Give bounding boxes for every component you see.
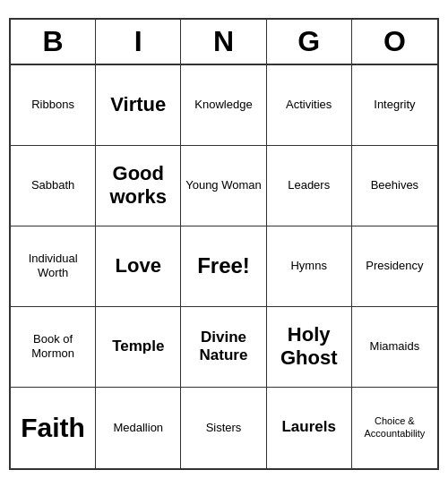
bingo-cell: Leaders — [267, 146, 352, 226]
bingo-cell: Individual Worth — [11, 226, 96, 307]
bingo-cell: Choice & Accountability — [352, 388, 437, 468]
bingo-cell: Virtue — [96, 65, 181, 146]
bingo-cell: Presidency — [352, 226, 437, 307]
bingo-cell: Good works — [96, 146, 181, 226]
bingo-cell: Free! — [181, 226, 266, 307]
header-letter: O — [352, 20, 437, 64]
header-letter: N — [181, 20, 266, 64]
bingo-cell: Love — [96, 226, 181, 307]
bingo-grid: RibbonsVirtueKnowledgeActivitiesIntegrit… — [11, 65, 437, 468]
bingo-cell: Integrity — [352, 65, 437, 146]
header-letter: I — [96, 20, 181, 64]
bingo-cell: Temple — [96, 307, 181, 388]
bingo-card: BINGO RibbonsVirtueKnowledgeActivitiesIn… — [9, 18, 439, 470]
header-letter: B — [11, 20, 96, 64]
bingo-cell: Medallion — [96, 388, 181, 468]
bingo-cell: Miamaids — [352, 307, 437, 388]
bingo-cell: Beehives — [352, 146, 437, 226]
bingo-cell: Knowledge — [181, 65, 266, 146]
bingo-cell: Faith — [11, 388, 96, 468]
bingo-cell: Holy Ghost — [267, 307, 352, 388]
bingo-cell: Divine Nature — [181, 307, 266, 388]
bingo-cell: Sisters — [181, 388, 266, 468]
bingo-cell: Young Woman — [181, 146, 266, 226]
bingo-cell: Book of Mormon — [11, 307, 96, 388]
bingo-header: BINGO — [11, 20, 437, 65]
bingo-cell: Laurels — [267, 388, 352, 468]
header-letter: G — [267, 20, 352, 64]
bingo-cell: Hymns — [267, 226, 352, 307]
bingo-cell: Ribbons — [11, 65, 96, 146]
bingo-cell: Activities — [267, 65, 352, 146]
bingo-cell: Sabbath — [11, 146, 96, 226]
